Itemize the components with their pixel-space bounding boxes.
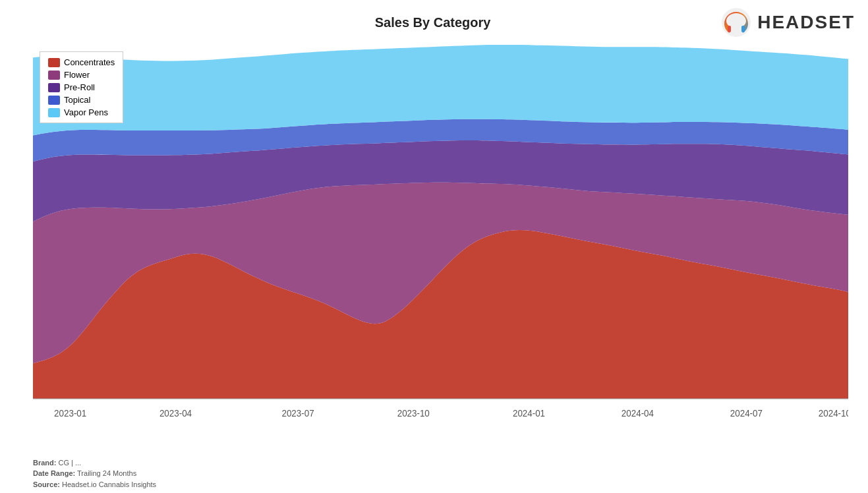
flower-label: Flower bbox=[64, 70, 90, 80]
headset-logo-icon bbox=[720, 7, 752, 38]
svg-rect-1 bbox=[728, 26, 731, 32]
x-label-6: 2024-04 bbox=[622, 409, 654, 419]
legend-item-preroll: Pre-Roll bbox=[48, 82, 115, 92]
brand-info: Brand: CG | ... bbox=[33, 457, 156, 469]
chart-title: Sales By Category bbox=[145, 15, 720, 30]
x-label-8: 2024-10 bbox=[819, 409, 848, 419]
x-label-2: 2023-04 bbox=[159, 409, 192, 419]
topical-label: Topical bbox=[64, 95, 90, 105]
chart-area: Concentrates Flower Pre-Roll Topical Vap… bbox=[33, 45, 848, 427]
x-label-5: 2024-01 bbox=[513, 409, 545, 419]
concentrates-label: Concentrates bbox=[64, 57, 115, 67]
legend-item-concentrates: Concentrates bbox=[48, 57, 115, 67]
x-label-7: 2024-07 bbox=[730, 409, 763, 419]
header: Sales By Category HEADSET bbox=[0, 0, 868, 38]
x-label-4: 2023-10 bbox=[397, 409, 430, 419]
legend-item-topical: Topical bbox=[48, 95, 115, 105]
svg-rect-2 bbox=[741, 26, 745, 32]
vapor-label: Vapor Pens bbox=[64, 107, 108, 117]
logo-area: HEADSET bbox=[720, 7, 855, 38]
preroll-label: Pre-Roll bbox=[64, 82, 95, 92]
legend-item-flower: Flower bbox=[48, 70, 115, 80]
vapor-swatch bbox=[48, 108, 60, 117]
x-label-1: 2023-01 bbox=[54, 409, 86, 419]
flower-swatch bbox=[48, 71, 60, 80]
date-range-info: Date Range: Trailing 24 Months bbox=[33, 468, 156, 479]
page-container: Sales By Category HEADSET bbox=[0, 0, 868, 493]
x-label-3: 2023-07 bbox=[281, 409, 314, 419]
concentrates-swatch bbox=[48, 58, 60, 67]
source-info: Source: Headset.io Cannabis Insights bbox=[33, 479, 156, 490]
preroll-swatch bbox=[48, 83, 60, 92]
logo-text: HEADSET bbox=[757, 12, 855, 33]
stacked-area-chart: 2023-01 2023-04 2023-07 2023-10 2024-01 … bbox=[33, 45, 848, 427]
topical-swatch bbox=[48, 96, 60, 105]
legend-item-vapor: Vapor Pens bbox=[48, 107, 115, 117]
chart-legend: Concentrates Flower Pre-Roll Topical Vap… bbox=[40, 51, 123, 123]
footer-info: Brand: CG | ... Date Range: Trailing 24 … bbox=[33, 457, 156, 490]
